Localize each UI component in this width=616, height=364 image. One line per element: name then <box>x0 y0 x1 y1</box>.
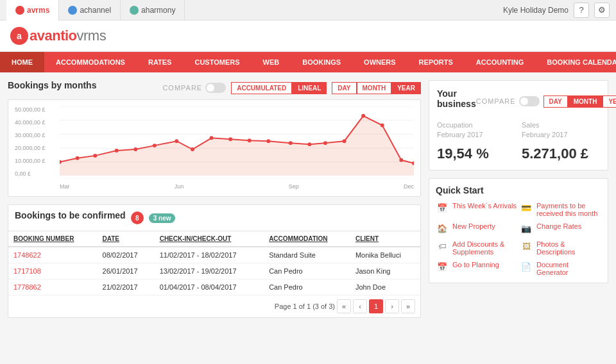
planning-link[interactable]: Go to Planning <box>452 261 499 269</box>
business-toggle-knob <box>520 97 528 105</box>
pagination-first[interactable]: « <box>337 299 351 313</box>
accommodation-0: Standard Suite <box>264 247 350 263</box>
document-gen-link[interactable]: Document Generator <box>536 261 601 276</box>
new-property-link[interactable]: New Property <box>452 222 495 230</box>
occupation-value: 19,54 % <box>437 145 515 162</box>
booking-link-1[interactable]: 1717108 <box>13 267 41 275</box>
booking-link-0[interactable]: 1748622 <box>13 251 41 259</box>
nav-home[interactable]: HOME <box>0 52 44 72</box>
svg-point-20 <box>323 141 327 145</box>
pagination-last[interactable]: » <box>401 299 415 313</box>
tab-avrms[interactable]: avrms <box>6 0 59 21</box>
business-toggle-switch[interactable] <box>519 96 540 106</box>
pagination-next[interactable]: › <box>385 299 399 313</box>
business-compare-toggle[interactable]: COMPARE <box>476 96 540 106</box>
svg-point-8 <box>93 154 97 158</box>
achannel-icon <box>68 6 77 15</box>
table-row: 1748622 08/02/2017 11/02/2017 - 18/02/20… <box>8 247 420 263</box>
pagination-page-1[interactable]: 1 <box>369 299 383 313</box>
checkinout-1: 13/02/2017 - 19/02/2017 <box>155 263 264 279</box>
date-1: 26/01/2017 <box>98 263 155 279</box>
occupation-metric: Occupation February 2017 19,54 % <box>437 120 515 162</box>
btn-month[interactable]: MONTH <box>357 82 392 94</box>
svg-point-16 <box>248 138 252 142</box>
svg-point-21 <box>343 139 346 143</box>
accommodation-2: Can Pedro <box>264 279 350 295</box>
change-rates-link[interactable]: Change Rates <box>536 222 581 230</box>
client-0: Monika Belluci <box>350 247 420 263</box>
bookings-new-badge: 3 new <box>149 213 176 223</box>
planning-icon: 📅 <box>436 261 449 274</box>
settings-button[interactable]: ⚙ <box>594 3 610 18</box>
x-axis-labels: Mar Jun Sep Dec <box>60 183 414 190</box>
toggle-knob <box>207 84 214 92</box>
biz-btn-day[interactable]: DAY <box>543 95 568 108</box>
qs-item-document-gen: 📄 Document Generator <box>520 261 601 276</box>
logo-circle: a <box>10 27 28 45</box>
your-business-box: Your business COMPARE DAY MONTH YEAR <box>429 80 608 170</box>
tab-avrms-label: avrms <box>27 6 49 15</box>
logo-text: avantiovrms <box>30 28 106 44</box>
nav-bookings[interactable]: BOOKINGS <box>291 52 352 72</box>
nav-accommodations[interactable]: ACCOMMODATIONS <box>44 52 137 72</box>
pagination-prev[interactable]: ‹ <box>353 299 367 313</box>
business-period-buttons: DAY MONTH YEAR <box>543 95 616 108</box>
tab-achannel[interactable]: achannel <box>59 0 121 21</box>
discounts-link[interactable]: Add Discounts & Supplements <box>452 240 517 256</box>
client-1: Jason King <box>350 263 420 279</box>
payments-icon: 💳 <box>520 202 533 215</box>
chart-svg <box>60 106 414 176</box>
nav-accounting[interactable]: ACCOUNTING <box>465 52 536 72</box>
nav-reports[interactable]: REPORTS <box>407 52 465 72</box>
bookings-count-badge: 8 <box>131 211 144 224</box>
date-0: 08/02/2017 <box>98 247 155 263</box>
tab-aharmony[interactable]: aharmony <box>121 0 185 21</box>
arrivals-icon: 📅 <box>436 202 449 215</box>
col-accommodation[interactable]: ACCOMMODATION <box>264 231 350 247</box>
occupation-label: Occupation <box>437 120 515 130</box>
nav-rates[interactable]: RATES <box>137 52 183 72</box>
sales-metric: Sales February 2017 5.271,00 £ <box>522 120 600 162</box>
chart-toggle-switch[interactable] <box>205 83 226 93</box>
qs-item-new-property: 🏠 New Property <box>436 222 517 235</box>
photos-link[interactable]: Photos & Descriptions <box>536 240 601 256</box>
nav-owners[interactable]: OWNERS <box>352 52 407 72</box>
business-controls: COMPARE DAY MONTH YEAR <box>476 95 616 108</box>
y-axis-labels: 50.000,00 £ 40.000,00 £ 30.000,00 £ 20.0… <box>15 106 60 177</box>
table-row: 1717108 26/01/2017 13/02/2017 - 19/02/20… <box>8 263 420 279</box>
svg-point-17 <box>266 139 270 143</box>
chart-type-buttons: ACCUMULATED LINEAL <box>231 82 327 94</box>
arrivals-link[interactable]: This Week´s Arrivals <box>452 202 517 210</box>
payments-link[interactable]: Payments to be received this month <box>536 202 601 217</box>
biz-btn-year[interactable]: YEAR <box>603 95 616 108</box>
qs-item-arrivals: 📅 This Week´s Arrivals <box>436 202 517 217</box>
qs-item-change-rates: 📷 Change Rates <box>520 222 601 235</box>
quick-start-box: Quick Start 📅 This Week´s Arrivals 💳 Pay… <box>429 178 608 283</box>
quick-start-title: Quick Start <box>436 185 601 195</box>
btn-day[interactable]: DAY <box>332 82 356 94</box>
nav-customers[interactable]: CUSTOMERS <box>183 52 251 72</box>
biz-btn-month[interactable]: MONTH <box>568 95 603 108</box>
bookings-header: Bookings to be confirmed 8 3 new <box>8 205 420 231</box>
svg-point-13 <box>191 147 194 151</box>
new-property-icon: 🏠 <box>436 222 449 235</box>
btn-accumulated[interactable]: ACCUMULATED <box>231 82 292 94</box>
btn-year[interactable]: YEAR <box>391 82 421 94</box>
nav-booking-calendar[interactable]: BOOKING CALENDAR <box>535 52 616 72</box>
col-checkinout[interactable]: CHECK-IN/CHECK-OUT <box>155 231 264 247</box>
chart-container: 50.000,00 £ 40.000,00 £ 30.000,00 £ 20.0… <box>8 99 421 197</box>
help-button[interactable]: ? <box>574 3 589 18</box>
main-nav: HOME ACCOMMODATIONS RATES CUSTOMERS WEB … <box>0 52 616 72</box>
col-booking-number[interactable]: BOOKING NUMBER <box>8 231 98 247</box>
svg-point-11 <box>153 144 157 147</box>
nav-web[interactable]: WEB <box>252 52 291 72</box>
chart-compare-toggle[interactable]: COMPARE <box>162 83 226 93</box>
qs-item-photos: 🖼 Photos & Descriptions <box>520 240 601 256</box>
btn-lineal[interactable]: LINEAL <box>292 82 327 94</box>
col-client[interactable]: CLIENT <box>350 231 420 247</box>
booking-link-2[interactable]: 1778862 <box>13 283 41 291</box>
logo: a avantiovrms <box>10 27 606 45</box>
col-date[interactable]: DATE <box>98 231 155 247</box>
checkinout-2: 01/04/2017 - 08/04/2017 <box>155 279 264 295</box>
pagination: Page 1 of 1 (3 of 3) « ‹ 1 › » <box>8 295 420 317</box>
